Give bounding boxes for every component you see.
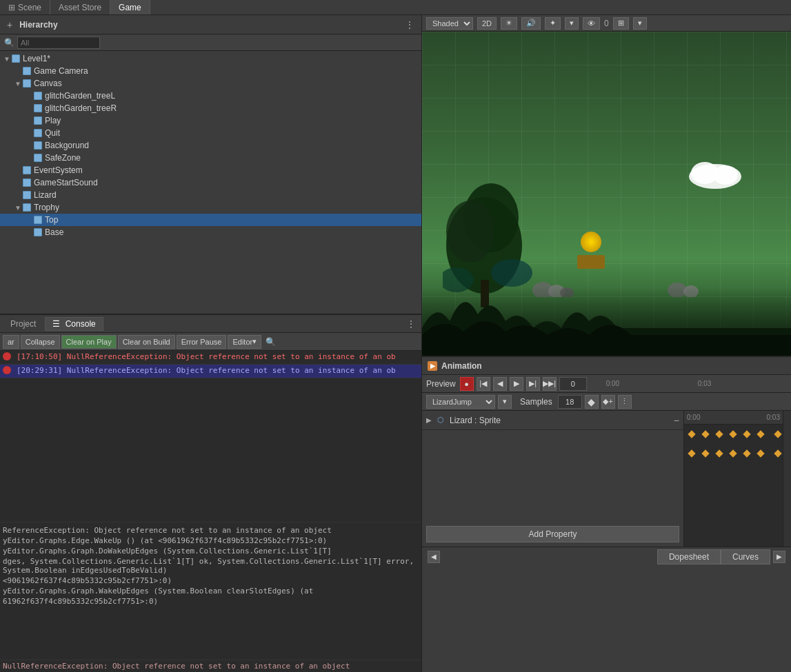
hierarchy-item-base[interactable]: Base (0, 226, 421, 238)
fx-button[interactable]: ✦ (545, 17, 561, 30)
tree-icon-10 (22, 178, 32, 187)
console-menu-button[interactable]: ⋮ (403, 318, 419, 329)
tab-asset-store[interactable]: Asset Store (50, 0, 110, 14)
goto-start-button[interactable]: |◀ (477, 377, 490, 391)
scroll-left-button[interactable]: ◀ (428, 551, 440, 563)
timeline-track-1 (684, 425, 783, 444)
tab-game[interactable]: Game (110, 0, 150, 14)
lizard-sprite-property[interactable]: ▶ ⬡ Lizard : Sprite − (422, 411, 683, 430)
console-toolbar: ar Collapse Clear on Play Clear on Build… (0, 333, 421, 351)
tab-console[interactable]: ☰ Console (45, 317, 103, 331)
goto-end-button[interactable]: ▶▶| (543, 377, 557, 391)
more-options-button[interactable]: ⋮ (618, 395, 632, 409)
remove-property-button[interactable]: − (674, 415, 679, 426)
hierarchy-item-glitchgarden-treer[interactable]: glitchGarden_treeR (0, 102, 421, 114)
audio-button[interactable]: 🔊 (521, 17, 541, 30)
hierarchy-item-top[interactable]: Top (0, 214, 421, 226)
add-keyframe-button[interactable]: ◆ (585, 395, 599, 409)
fx-dropdown[interactable]: ▾ (565, 17, 579, 30)
preview-label: Preview (426, 379, 456, 389)
console-line-1[interactable]: [17:10:50] NullReferenceException: Objec… (0, 351, 421, 365)
console-detail: ReferenceException: Object reference not… (0, 522, 421, 660)
time-end: 0:03 (698, 380, 711, 387)
tree-label-8: SafeZone (45, 153, 81, 163)
tree-label-14: Base (45, 227, 63, 237)
tree-icon-2 (22, 79, 32, 88)
hierarchy-item-eventsystem[interactable]: EventSystem (0, 164, 421, 176)
gizmos-button[interactable]: 👁 (583, 17, 600, 30)
hierarchy-menu-button[interactable]: ⋮ (402, 19, 417, 30)
clip-dropdown[interactable]: ▾ (498, 395, 512, 409)
diamond-1-1 (701, 449, 709, 457)
play-button[interactable]: ▶ (510, 377, 523, 391)
shading-select[interactable]: Shaded (426, 17, 473, 30)
tree-arrow-11 (14, 191, 22, 199)
collapse-button[interactable]: Collapse (21, 335, 60, 349)
dopesheet-button[interactable]: Dopesheet (657, 549, 721, 564)
hierarchy-item-quit[interactable]: Quit (0, 127, 421, 139)
curves-button[interactable]: Curves (721, 549, 770, 564)
console-line-2[interactable]: [20:29:31] NullReferenceException: Objec… (0, 365, 421, 378)
tree-icon-1 (22, 66, 32, 76)
add-event-button[interactable]: ◆+ (601, 395, 615, 409)
lizard-icon: ⬡ (437, 416, 444, 425)
search-input[interactable] (17, 37, 100, 49)
tree-arrow-4 (25, 104, 33, 112)
prev-frame-button[interactable]: ◀ (493, 377, 507, 391)
svg-point-4 (491, 259, 532, 287)
record-button[interactable]: ● (460, 377, 474, 391)
clear-on-build-button[interactable]: Clear on Build (118, 335, 175, 349)
hierarchy-item-glitchgarden-treel[interactable]: glitchGarden_treeL (0, 90, 421, 102)
hierarchy-item-gamestartsound[interactable]: GameStartSound (0, 176, 421, 189)
tab-scene[interactable]: ⊞ Scene (0, 0, 50, 14)
clear-button[interactable]: ar (3, 335, 19, 349)
2d-button[interactable]: 2D (477, 17, 497, 30)
trophy-object (574, 232, 608, 273)
tree-icon-12 (22, 203, 32, 212)
console-icon: ☰ (52, 319, 60, 329)
diamond-0-6 (774, 430, 781, 438)
diamond-1-6 (774, 449, 781, 457)
diamond-0-3 (729, 430, 737, 438)
detail-line: ReferenceException: Object reference not… (3, 525, 419, 536)
add-property-button[interactable]: Add Property (426, 526, 679, 542)
main-layout: + Hierarchy ⋮ 🔍 ▼Level1*Game Camera▼Canv… (0, 15, 791, 672)
clip-select[interactable]: LizardJump (426, 395, 495, 409)
detail-line: dges, System.Collections.Generic.List`1[… (3, 556, 419, 576)
hierarchy-item-play[interactable]: Play (0, 114, 421, 127)
hierarchy-item-safezone[interactable]: SafeZone (0, 152, 421, 164)
hierarchy-item-canvas[interactable]: ▼Canvas (0, 77, 421, 90)
time-input[interactable] (559, 377, 587, 391)
samples-input[interactable] (558, 395, 582, 409)
hierarchy-header: + Hierarchy ⋮ (0, 15, 421, 34)
hierarchy-item-backgorund[interactable]: Backgorund (0, 139, 421, 152)
scroll-right-button[interactable]: ▶ (773, 551, 785, 563)
diamond-1-3 (729, 449, 737, 457)
diamond-0-2 (715, 430, 723, 438)
error-pause-button[interactable]: Error Pause (177, 335, 227, 349)
hierarchy-item-level1-[interactable]: ▼Level1* (0, 52, 421, 65)
detail-line: <9061962f637f4c89b5332c95b2cf7751>:0) (3, 576, 419, 586)
add-button[interactable]: + (4, 19, 15, 30)
editor-dropdown[interactable]: Editor ▾ (228, 335, 261, 349)
hierarchy-item-game-camera[interactable]: Game Camera (0, 65, 421, 77)
clear-on-play-button[interactable]: Clear on Play (61, 335, 117, 349)
tree-icon-9 (22, 165, 32, 175)
trophy-base (577, 255, 605, 269)
hierarchy-item-lizard[interactable]: Lizard (0, 189, 421, 201)
lighting-button[interactable]: ☀ (501, 17, 517, 30)
tab-project[interactable]: Project (3, 317, 43, 331)
console-bottom-line: NullReferenceException: Object reference… (0, 660, 421, 672)
svg-point-2 (446, 201, 494, 263)
timeline-nav-buttons: ◀ (428, 551, 440, 563)
timeline-scrollbar[interactable] (783, 411, 791, 547)
overlay-dropdown[interactable]: ▾ (633, 17, 647, 30)
tree-arrow-13 (25, 216, 33, 224)
tree-arrow-8 (25, 154, 33, 162)
diamond-1-0 (688, 449, 695, 457)
next-frame-button[interactable]: ▶| (526, 377, 540, 391)
hierarchy-item-trophy[interactable]: ▼Trophy (0, 201, 421, 214)
animation-content: ▶ ⬡ Lizard : Sprite − Add Property 0:00 … (422, 411, 791, 547)
tree-icon-4 (33, 103, 43, 113)
overlay-button[interactable]: ⊞ (613, 17, 629, 30)
